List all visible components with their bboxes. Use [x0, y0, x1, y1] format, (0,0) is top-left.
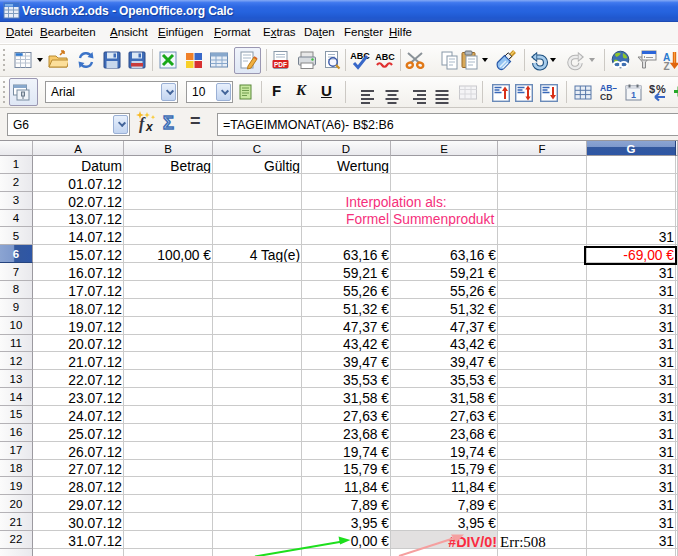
svg-text:CD: CD — [600, 92, 612, 102]
svg-text:PDF: PDF — [274, 61, 287, 68]
svg-text:$: $ — [649, 83, 655, 95]
svg-text:%: % — [656, 83, 666, 95]
svg-text:ABC: ABC — [350, 51, 370, 61]
svg-text:Z: Z — [663, 61, 669, 72]
svg-text:1: 1 — [631, 90, 636, 100]
svg-text:ABC: ABC — [375, 52, 395, 62]
